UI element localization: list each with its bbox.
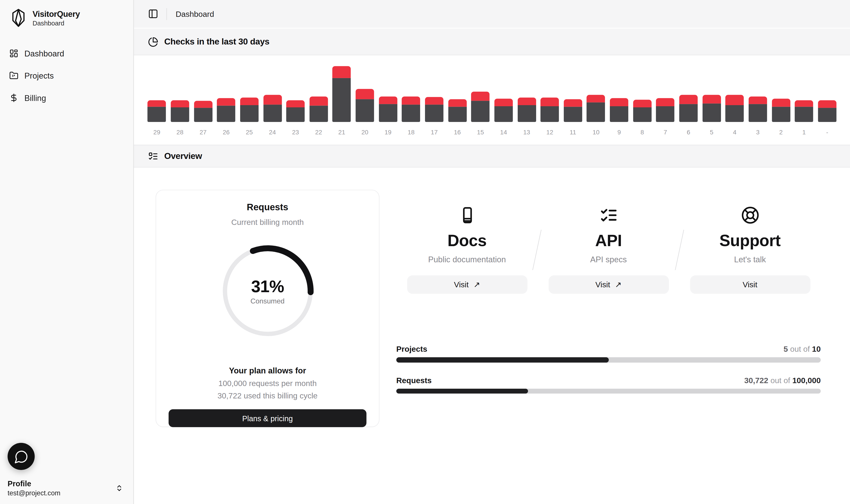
bar-day-23: 23: [284, 66, 307, 136]
bar-day-3: 3: [746, 66, 769, 136]
bar-segment-dark: [679, 104, 698, 122]
day-axis-label: 6: [687, 129, 690, 136]
sidebar-item-projects[interactable]: Projects: [0, 68, 133, 83]
bar-segment-red: [587, 95, 605, 103]
plan-allowance-heading: Your plan allows for: [156, 366, 379, 375]
day-axis-label: 25: [246, 129, 253, 136]
profile-menu[interactable]: Profile test@project.com: [7, 479, 125, 497]
bar-segment-red: [748, 96, 767, 104]
chat-widget-button[interactable]: [7, 443, 35, 470]
sidebar-item-label: Dashboard: [24, 49, 64, 58]
bar-segment-red: [772, 99, 790, 107]
sidebar-item-dashboard[interactable]: Dashboard: [0, 46, 133, 61]
api-title: API: [595, 232, 622, 250]
bar-segment-dark: [356, 99, 374, 122]
day-axis-label: 23: [292, 129, 299, 136]
chevrons-up-down-icon: [115, 483, 123, 493]
bar-segment-dark: [587, 103, 605, 122]
brand: VisitorQuery Dashboard: [0, 0, 133, 34]
bar-day-5: 5: [700, 66, 723, 136]
bar-segment-dark: [702, 104, 721, 122]
bar-segment-red: [726, 95, 744, 105]
bar-segment-red: [656, 98, 674, 106]
bar-segment-dark: [772, 107, 790, 122]
checks-bar-chart: 2928272625242322212019181716151413121110…: [134, 55, 850, 145]
pie-chart-icon: [148, 37, 159, 47]
book-icon: [458, 206, 476, 224]
app-subtitle: Dashboard: [33, 19, 80, 27]
bar-segment-dark: [171, 107, 189, 122]
bar-segment-dark: [194, 108, 212, 122]
message-bubble-icon: [14, 449, 28, 464]
bar-day-21: 21: [330, 66, 353, 136]
bar-segment-dark: [541, 106, 559, 122]
bar-segment-dark: [494, 106, 513, 122]
bar-day-20: 20: [353, 66, 376, 136]
day-axis-label: 5: [710, 129, 713, 136]
bar-day-11: 11: [561, 66, 584, 136]
day-axis-label: 10: [593, 129, 599, 136]
bar-segment-red: [795, 100, 813, 107]
bar-day-15: 15: [469, 66, 492, 136]
day-axis-label: 26: [223, 129, 230, 136]
bar-segment-dark: [518, 105, 536, 122]
bar-segment-red: [148, 100, 166, 107]
usage-section: Projects 5 out of 10 Requests 30,722 out…: [396, 345, 821, 394]
bar-day-4: 4: [723, 66, 746, 136]
consumed-label: Consumed: [251, 297, 285, 305]
list-todo-icon: [148, 151, 159, 161]
bar-segment-red: [356, 89, 374, 100]
day-axis-label: 13: [523, 129, 530, 136]
bar-segment-red: [564, 99, 582, 107]
bar-day-12: 12: [538, 66, 561, 136]
day-axis-label: 9: [617, 129, 621, 136]
docs-visit-button[interactable]: Visit ↗: [407, 275, 527, 294]
day-axis-label: 21: [338, 129, 345, 136]
day-axis-label: 16: [454, 129, 460, 136]
bar-segment-dark: [818, 108, 836, 122]
plans-pricing-button[interactable]: Plans & pricing: [169, 409, 366, 427]
bar-segment-dark: [379, 104, 397, 122]
bar-segment-red: [448, 99, 466, 107]
sidebar-item-label: Billing: [24, 93, 46, 102]
bar-segment-red: [332, 66, 351, 78]
day-axis-label: 14: [500, 129, 507, 136]
day-axis-label: 3: [756, 129, 760, 136]
sidebar-footer: Profile test@project.com: [0, 443, 133, 504]
bar-day-14: 14: [492, 66, 515, 136]
requests-card-title: Requests: [156, 202, 379, 213]
bar-segment-red: [194, 101, 212, 108]
sidebar-toggle-button[interactable]: [146, 7, 160, 21]
bar-segment-red: [425, 97, 444, 105]
day-axis-label: 19: [384, 129, 391, 136]
day-axis-label: 7: [664, 129, 667, 136]
day-axis-label: 1: [802, 129, 806, 136]
app-window: VisitorQuery Dashboard Dashboard: [0, 0, 850, 504]
support-title: Support: [719, 232, 780, 250]
bar-day-28: 28: [168, 66, 192, 136]
requests-usage-row: Requests 30,722 out of 100,000: [396, 376, 821, 394]
profile-email: test@project.com: [7, 489, 60, 497]
profile-name: Profile: [7, 479, 60, 488]
bar-segment-dark: [263, 105, 282, 122]
topbar-divider: [166, 8, 167, 20]
consumed-percent: 31%: [251, 277, 284, 296]
list-checks-icon: [599, 206, 618, 224]
api-visit-button[interactable]: Visit ↗: [548, 275, 669, 294]
support-visit-button[interactable]: Visit: [690, 275, 810, 294]
sidebar-item-billing[interactable]: Billing: [0, 90, 133, 105]
docs-subtitle: Public documentation: [428, 255, 506, 264]
bar-day-29: 29: [145, 66, 168, 136]
bar-day-19: 19: [377, 66, 400, 136]
sidebar-nav: Dashboard Projects Billi: [0, 46, 133, 105]
checks-section-title: Checks in the last 30 days: [164, 37, 269, 47]
bar-day--: -: [816, 66, 839, 136]
bar-segment-dark: [564, 107, 582, 122]
day-axis-label: 27: [200, 129, 206, 136]
bar-segment-dark: [240, 105, 258, 122]
page-title: Dashboard: [176, 10, 214, 18]
bar-day-27: 27: [192, 66, 215, 136]
bar-segment-red: [702, 95, 721, 104]
checks-section-header: Checks in the last 30 days: [134, 29, 850, 55]
bar-segment-dark: [332, 78, 351, 122]
